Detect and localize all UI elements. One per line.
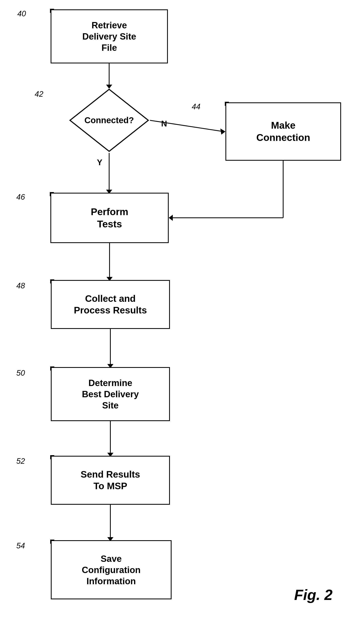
svg-text:N: N — [161, 119, 167, 128]
step-make-connection: Make Connection — [225, 102, 341, 161]
flowchart-diagram: Y N Retrieve Delivery Site File — [0, 0, 357, 644]
step-number-52: 52 — [16, 457, 25, 466]
step-number-42: 42 — [35, 90, 43, 98]
svg-line-5 — [150, 120, 223, 132]
step-save-configuration-information: Save Configuration Information — [51, 540, 172, 599]
step-determine-best-delivery-site: Determine Best Delivery Site — [51, 367, 170, 421]
step-number-48: 48 — [16, 282, 25, 290]
step-number-54: 54 — [16, 542, 25, 550]
bracket-54 — [50, 540, 54, 544]
svg-text:Y: Y — [97, 158, 102, 167]
step-number-50: 50 — [16, 369, 25, 378]
bracket-52 — [50, 455, 54, 459]
step-send-results-msp: Send Results To MSP — [51, 456, 170, 505]
svg-marker-6 — [220, 128, 225, 134]
step-perform-tests: Perform Tests — [50, 193, 169, 243]
step-collect-process-results: Collect and Process Results — [51, 280, 170, 329]
bracket-46 — [50, 192, 54, 196]
step-number-40: 40 — [17, 10, 26, 18]
bracket-50 — [50, 366, 54, 370]
bracket-48 — [50, 280, 54, 284]
bracket-40 — [50, 9, 54, 13]
step-retrieve-delivery-site-file: Retrieve Delivery Site File — [51, 10, 168, 64]
svg-marker-10 — [169, 215, 173, 221]
step-number-46: 46 — [16, 193, 25, 202]
step-connected-diamond: Connected? — [68, 88, 150, 153]
bracket-44 — [225, 102, 229, 106]
step-number-44: 44 — [192, 102, 200, 111]
figure-label: Fig. 2 — [294, 586, 332, 603]
